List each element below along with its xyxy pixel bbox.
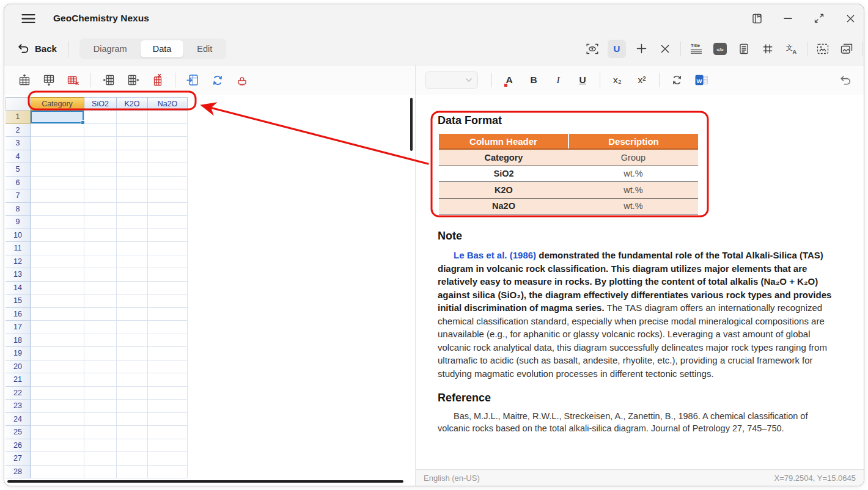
- remove-button[interactable]: [657, 40, 674, 57]
- grid-cell[interactable]: [148, 321, 188, 334]
- row-header[interactable]: 28: [6, 466, 31, 479]
- row-header[interactable]: 22: [6, 387, 31, 400]
- grid-cell[interactable]: [31, 150, 84, 164]
- grid-cell[interactable]: [148, 242, 188, 255]
- column-header-category[interactable]: Category: [31, 97, 84, 111]
- grid-cell[interactable]: [117, 373, 148, 387]
- grid-cell[interactable]: [31, 282, 84, 295]
- grid-cell[interactable]: [148, 373, 188, 387]
- row-header[interactable]: 25: [6, 426, 31, 439]
- bold-button[interactable]: B: [523, 70, 545, 90]
- grid-cell[interactable]: [148, 294, 188, 308]
- grid-cell[interactable]: [117, 216, 148, 229]
- grid-cell[interactable]: [117, 321, 148, 334]
- grid-cell[interactable]: [117, 229, 148, 243]
- export-images-button[interactable]: [838, 40, 855, 57]
- grid-cell[interactable]: [84, 229, 117, 243]
- grid-cell[interactable]: [117, 137, 148, 150]
- row-header[interactable]: 8: [6, 203, 31, 216]
- table-insert-button[interactable]: [759, 40, 776, 57]
- grid-cell[interactable]: [31, 294, 84, 308]
- grid-cell[interactable]: [31, 360, 84, 374]
- grid-cell[interactable]: [117, 255, 148, 269]
- row-header[interactable]: 9: [6, 216, 31, 229]
- grid-cell[interactable]: [117, 177, 148, 190]
- row-header[interactable]: 5: [6, 163, 31, 177]
- grid-cell[interactable]: [84, 137, 117, 150]
- underline-button[interactable]: U: [572, 70, 594, 90]
- grid-cell[interactable]: [148, 308, 188, 321]
- grid-cell[interactable]: [148, 360, 188, 374]
- grid-cell[interactable]: [117, 268, 148, 282]
- grid-cell[interactable]: [117, 452, 148, 466]
- grid-cell[interactable]: [31, 189, 84, 203]
- grid-cell[interactable]: [148, 452, 188, 466]
- grid-cell[interactable]: [117, 360, 148, 374]
- grid-cell[interactable]: [148, 347, 188, 360]
- grid-cell[interactable]: [31, 268, 84, 282]
- grid-cell[interactable]: [31, 308, 84, 321]
- grid-cell[interactable]: [84, 321, 117, 334]
- grid-cell[interactable]: [84, 400, 117, 413]
- grid-cell[interactable]: [117, 203, 148, 216]
- grid-cell[interactable]: [148, 150, 188, 164]
- grid-cell[interactable]: [117, 439, 148, 453]
- grid-cell[interactable]: [84, 334, 117, 348]
- grid-cell[interactable]: [148, 124, 188, 137]
- row-header[interactable]: 20: [6, 360, 31, 374]
- grid-cell[interactable]: [117, 189, 148, 203]
- row-header[interactable]: 14: [6, 282, 31, 295]
- insert-row-below-button[interactable]: [37, 70, 60, 90]
- grid-cell[interactable]: [148, 282, 188, 295]
- grid-cell[interactable]: [117, 426, 148, 439]
- grid-cell[interactable]: [31, 439, 84, 453]
- grid-cell[interactable]: [148, 255, 188, 269]
- insert-column-right-button[interactable]: [122, 70, 144, 90]
- grid-cell[interactable]: [84, 216, 117, 229]
- grid-cell[interactable]: [31, 321, 84, 334]
- grid-cell[interactable]: [84, 282, 117, 295]
- row-header[interactable]: 17: [6, 321, 31, 334]
- grid-cell[interactable]: [148, 439, 188, 453]
- grid-cell[interactable]: [117, 400, 148, 413]
- grid-cell[interactable]: [31, 163, 84, 177]
- delete-column-button[interactable]: [146, 70, 169, 90]
- grid-cell[interactable]: [31, 387, 84, 400]
- tab-edit[interactable]: Edit: [185, 40, 224, 57]
- grid-cell[interactable]: [117, 466, 148, 479]
- selected-cell[interactable]: [31, 111, 84, 124]
- grid-cell[interactable]: [84, 452, 117, 466]
- grid-cell[interactable]: [84, 387, 117, 400]
- outline-button[interactable]: [735, 40, 752, 57]
- grid-cell[interactable]: [84, 413, 117, 426]
- grid-cell[interactable]: [84, 150, 117, 164]
- insert-column-left-button[interactable]: [97, 70, 120, 90]
- row-header[interactable]: 11: [6, 242, 31, 255]
- grid-cell[interactable]: [84, 177, 117, 190]
- translate-button[interactable]: 文A: [783, 40, 800, 57]
- grid-cell[interactable]: [117, 242, 148, 255]
- grid-cell[interactable]: [31, 426, 84, 439]
- menu-button[interactable]: [19, 9, 37, 27]
- column-header-na2o[interactable]: Na2O: [148, 97, 188, 111]
- grid-cell[interactable]: [31, 347, 84, 360]
- minimize-button[interactable]: [779, 10, 796, 27]
- row-header[interactable]: 27: [6, 452, 31, 466]
- import-excel-button[interactable]: [182, 70, 204, 90]
- grid-cell[interactable]: [31, 203, 84, 216]
- refresh-sheet-button[interactable]: [206, 70, 229, 90]
- grid-cell[interactable]: [84, 466, 117, 479]
- manual-button[interactable]: [748, 10, 765, 27]
- grid-cell[interactable]: [148, 203, 188, 216]
- grid-cell[interactable]: [84, 255, 117, 269]
- row-header[interactable]: 15: [6, 294, 31, 308]
- grid-cell[interactable]: [84, 360, 117, 374]
- grid-cell[interactable]: [31, 177, 84, 190]
- row-header[interactable]: 4: [6, 150, 31, 164]
- undo-button[interactable]: [834, 70, 856, 90]
- horizontal-scrollbar-thumb[interactable]: [7, 480, 403, 483]
- grid-cell[interactable]: [117, 111, 148, 124]
- grid-cell[interactable]: [148, 268, 188, 282]
- grid-cell[interactable]: [117, 282, 148, 295]
- column-header-k2o[interactable]: K2O: [117, 97, 148, 111]
